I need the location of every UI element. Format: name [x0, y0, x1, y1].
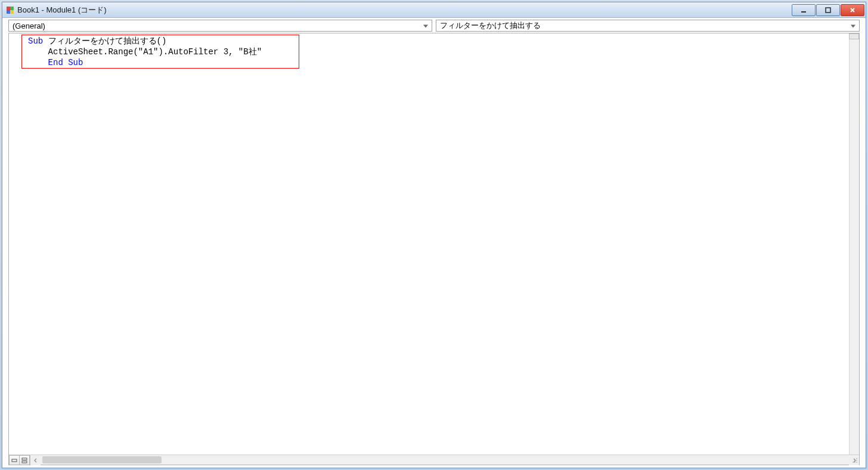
hscroll-left-button[interactable] [30, 455, 41, 465]
bottom-bar [9, 454, 859, 465]
svg-rect-5 [826, 8, 830, 13]
code-line-body: ActiveSheet.Range("A1").AutoFilter 3, "B… [28, 47, 262, 57]
svg-point-12 [852, 462, 854, 463]
view-toggle-group [9, 455, 30, 465]
code-area: Sub フィルターをかけて抽出する() ActiveSheet.Range("A… [8, 33, 860, 465]
procedure-dropdown[interactable]: フィルターをかけて抽出する [436, 20, 860, 32]
svg-point-10 [854, 460, 855, 461]
code-keyword-sub: Sub [28, 36, 43, 46]
minimize-button[interactable] [792, 4, 816, 16]
horizontal-scrollbar[interactable] [30, 455, 859, 465]
svg-rect-6 [12, 459, 17, 462]
maximize-button[interactable] [816, 4, 840, 16]
window-title: Book1 - Module1 (コード) [17, 5, 792, 16]
code-sub-name: フィルターをかけて抽出する() [43, 36, 166, 46]
svg-point-11 [856, 460, 857, 461]
svg-point-9 [856, 458, 857, 459]
vba-code-window: Book1 - Module1 (コード) (General) フィルターをかけ… [2, 2, 866, 468]
procedure-view-button[interactable] [9, 455, 20, 465]
svg-point-14 [856, 462, 857, 463]
hscroll-thumb[interactable] [42, 456, 162, 463]
code-keyword-endsub: End Sub [28, 58, 83, 67]
svg-rect-0 [7, 7, 10, 10]
procedure-value: フィルターをかけて抽出する [440, 20, 541, 31]
window-controls [792, 4, 864, 16]
titlebar[interactable]: Book1 - Module1 (コード) [2, 2, 866, 18]
svg-rect-1 [10, 7, 14, 10]
app-icon [5, 5, 15, 15]
vertical-split-handle[interactable] [849, 33, 859, 39]
svg-rect-8 [22, 461, 27, 463]
dropdown-row: (General) フィルターをかけて抽出する [2, 18, 866, 32]
vertical-scrollbar[interactable] [849, 39, 859, 454]
svg-rect-2 [7, 10, 10, 14]
scope-value: (General) [13, 21, 45, 30]
scope-dropdown[interactable]: (General) [8, 20, 432, 32]
svg-rect-4 [801, 11, 806, 13]
resize-grip-icon[interactable] [851, 456, 859, 465]
svg-rect-7 [22, 458, 27, 460]
close-button[interactable] [841, 4, 864, 16]
full-module-view-button[interactable] [19, 455, 30, 465]
code-editor[interactable]: Sub フィルターをかけて抽出する() ActiveSheet.Range("A… [9, 33, 849, 454]
svg-point-13 [854, 462, 855, 463]
svg-rect-3 [10, 10, 14, 14]
